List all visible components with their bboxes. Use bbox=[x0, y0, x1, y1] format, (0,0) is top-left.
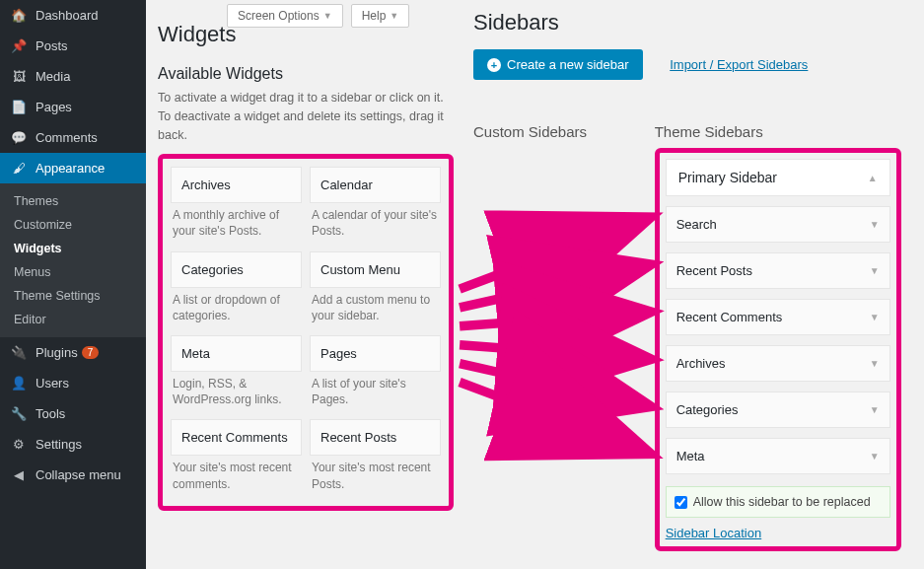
page-title: Widgets bbox=[158, 22, 454, 47]
sidebar-widget-search[interactable]: Search▼ bbox=[666, 206, 890, 243]
primary-sidebar-widget-list: Search▼Recent Posts▼Recent Comments▼Arch… bbox=[666, 206, 890, 474]
theme-sidebars-heading: Theme Sidebars bbox=[655, 123, 901, 140]
sidebar-widget-archives[interactable]: Archives▼ bbox=[666, 345, 890, 382]
admin-menu-appearance[interactable]: 🖌Appearance bbox=[0, 153, 146, 183]
menu-icon: 🖌 bbox=[10, 161, 28, 176]
sidebar-widget-categories[interactable]: Categories▼ bbox=[666, 391, 890, 428]
primary-sidebar-title: Primary Sidebar bbox=[678, 170, 777, 185]
menu-icon: 📌 bbox=[10, 38, 28, 53]
admin-menu-users[interactable]: 👤Users bbox=[0, 368, 146, 398]
widget-description: A list or dropdown of categories. bbox=[171, 288, 302, 329]
widget-description: Add a custom menu to your sidebar. bbox=[310, 288, 441, 329]
admin-menu-dashboard[interactable]: 🏠Dashboard bbox=[0, 0, 146, 31]
collapse-menu-button[interactable]: ◀Collapse menu bbox=[0, 460, 146, 490]
sidebars-pane: Sidebars + Create a new sidebar Import /… bbox=[473, 0, 917, 551]
appearance-submenu: ThemesCustomizeWidgetsMenusTheme Setting… bbox=[0, 183, 146, 337]
admin-menu-settings[interactable]: ⚙Settings bbox=[0, 429, 146, 460]
menu-icon: 👤 bbox=[10, 376, 28, 391]
menu-icon: 💬 bbox=[10, 130, 28, 145]
custom-sidebars-heading: Custom Sidebars bbox=[473, 123, 641, 140]
triangle-down-icon: ▼ bbox=[870, 265, 880, 276]
admin-menu-media[interactable]: 🖼Media bbox=[0, 61, 146, 92]
menu-label: Media bbox=[36, 69, 70, 84]
widgets-main: Widgets Available Widgets To activate a … bbox=[158, 0, 454, 511]
menu-icon: 🏠 bbox=[10, 8, 28, 23]
available-widget-recent-posts: Recent PostsYour site's most recent Post… bbox=[310, 419, 441, 497]
submenu-customize[interactable]: Customize bbox=[0, 213, 146, 237]
available-widget-recent-comments: Recent CommentsYour site's most recent c… bbox=[171, 419, 302, 497]
primary-sidebar-header[interactable]: Primary Sidebar ▲ bbox=[666, 159, 890, 196]
menu-label: Dashboard bbox=[36, 8, 99, 23]
admin-sidebar: 🏠Dashboard📌Posts🖼Media📄Pages💬Comments🖌Ap… bbox=[0, 0, 146, 569]
menu-label: Users bbox=[36, 376, 69, 391]
sidebar-widget-label: Categories bbox=[676, 402, 739, 417]
triangle-down-icon: ▼ bbox=[870, 219, 880, 230]
widget-handle[interactable]: Archives bbox=[171, 167, 302, 203]
submenu-theme-settings[interactable]: Theme Settings bbox=[0, 284, 146, 308]
sidebars-title: Sidebars bbox=[473, 10, 917, 36]
sidebar-widget-recent-comments[interactable]: Recent Comments▼ bbox=[666, 299, 890, 335]
available-widget-categories: CategoriesA list or dropdown of categori… bbox=[171, 251, 302, 329]
available-widget-custom-menu: Custom MenuAdd a custom menu to your sid… bbox=[310, 251, 441, 329]
update-badge: 7 bbox=[82, 346, 100, 359]
available-widget-pages: PagesA list of your site's Pages. bbox=[310, 335, 441, 413]
allow-replace-label: Allow this sidebar to be replaced bbox=[693, 495, 871, 509]
widget-handle[interactable]: Recent Comments bbox=[171, 419, 302, 456]
available-widgets-highlight: ArchivesA monthly archive of your site's… bbox=[158, 154, 454, 511]
widget-handle[interactable]: Recent Posts bbox=[310, 419, 441, 456]
menu-label: Tools bbox=[36, 406, 65, 421]
admin-menu-plugins[interactable]: 🔌Plugins7 bbox=[0, 337, 146, 368]
create-sidebar-button[interactable]: + Create a new sidebar bbox=[473, 49, 643, 80]
widget-description: Your site's most recent Posts. bbox=[310, 456, 441, 497]
available-widget-archives: ArchivesA monthly archive of your site's… bbox=[171, 167, 302, 245]
triangle-down-icon: ▼ bbox=[870, 404, 880, 415]
widget-handle[interactable]: Meta bbox=[171, 335, 302, 372]
menu-label: Comments bbox=[36, 130, 98, 145]
plus-icon: + bbox=[487, 58, 501, 72]
available-widgets-grid: ArchivesA monthly archive of your site's… bbox=[171, 167, 441, 498]
menu-label: Pages bbox=[36, 100, 72, 114]
sidebar-widget-meta[interactable]: Meta▼ bbox=[666, 438, 890, 474]
admin-menu-tools[interactable]: 🔧Tools bbox=[0, 398, 146, 429]
sidebar-widget-label: Recent Comments bbox=[676, 310, 783, 324]
widget-description: A calendar of your site's Posts. bbox=[310, 203, 441, 245]
submenu-menus[interactable]: Menus bbox=[0, 260, 146, 284]
widget-description: Your site's most recent comments. bbox=[171, 456, 302, 497]
triangle-down-icon: ▼ bbox=[870, 358, 880, 369]
widget-description: A monthly archive of your site's Posts. bbox=[171, 203, 302, 245]
available-widgets-help: To activate a widget drag it to a sideba… bbox=[158, 89, 454, 144]
submenu-widgets[interactable]: Widgets bbox=[0, 237, 146, 260]
widget-handle[interactable]: Calendar bbox=[310, 167, 441, 203]
widget-handle[interactable]: Custom Menu bbox=[310, 251, 441, 288]
primary-sidebar-highlight: Primary Sidebar ▲ Search▼Recent Posts▼Re… bbox=[655, 148, 901, 551]
widget-description: Login, RSS, & WordPress.org links. bbox=[171, 372, 302, 413]
widget-handle[interactable]: Categories bbox=[171, 251, 302, 288]
submenu-themes[interactable]: Themes bbox=[0, 189, 146, 213]
create-sidebar-label: Create a new sidebar bbox=[507, 57, 629, 72]
sidebar-widget-label: Recent Posts bbox=[676, 263, 752, 278]
allow-replace-checkbox[interactable] bbox=[675, 496, 687, 509]
sidebar-widget-label: Meta bbox=[676, 449, 705, 463]
sidebar-location-link[interactable]: Sidebar Location bbox=[666, 526, 762, 540]
widget-description: A list of your site's Pages. bbox=[310, 372, 441, 413]
sidebar-widget-recent-posts[interactable]: Recent Posts▼ bbox=[666, 252, 890, 289]
collapse-icon: ◀ bbox=[10, 467, 28, 482]
submenu-editor[interactable]: Editor bbox=[0, 308, 146, 331]
triangle-down-icon: ▼ bbox=[870, 312, 880, 322]
menu-label: Plugins bbox=[36, 345, 78, 360]
available-widgets-heading: Available Widgets bbox=[158, 65, 454, 83]
menu-label: Appearance bbox=[36, 161, 105, 176]
admin-menu-pages[interactable]: 📄Pages bbox=[0, 92, 146, 122]
allow-replace-row[interactable]: Allow this sidebar to be replaced bbox=[666, 486, 890, 518]
import-export-link[interactable]: Import / Export Sidebars bbox=[670, 57, 808, 72]
sidebar-widget-label: Search bbox=[676, 217, 717, 232]
menu-icon: 🖼 bbox=[10, 69, 28, 84]
available-widget-meta: MetaLogin, RSS, & WordPress.org links. bbox=[171, 335, 302, 413]
widget-handle[interactable]: Pages bbox=[310, 335, 441, 372]
admin-menu-posts[interactable]: 📌Posts bbox=[0, 31, 146, 61]
menu-label: Settings bbox=[36, 437, 82, 452]
admin-menu-comments[interactable]: 💬Comments bbox=[0, 122, 146, 153]
triangle-down-icon: ▼ bbox=[870, 451, 880, 462]
menu-icon: 📄 bbox=[10, 100, 28, 114]
menu-icon: 🔌 bbox=[10, 345, 28, 360]
